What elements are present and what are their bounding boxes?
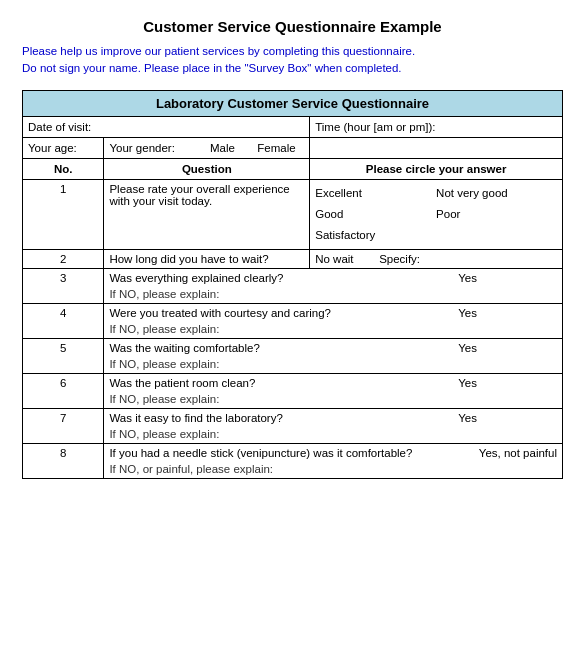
q5-text: Was the waiting comfortable? Yes If NO, … xyxy=(104,339,563,374)
q6-number: 6 xyxy=(23,374,104,409)
date-label: Date of visit: xyxy=(23,116,310,137)
table-row: 3 Was everything explained clearly? Yes … xyxy=(23,269,563,304)
q3-text: Was everything explained clearly? Yes If… xyxy=(104,269,563,304)
intro-text: Please help us improve our patient servi… xyxy=(22,43,563,78)
answer-column-header: Please circle your answer xyxy=(310,158,563,179)
q2-text: How long did you have to wait? xyxy=(104,250,310,269)
q3-number: 3 xyxy=(23,269,104,304)
q7-number: 7 xyxy=(23,409,104,444)
question-column-header: Question xyxy=(104,158,310,179)
age-label: Your age: xyxy=(23,137,104,158)
q1-number: 1 xyxy=(23,179,104,250)
q6-text: Was the patient room clean? Yes If NO, p… xyxy=(104,374,563,409)
q2-number: 2 xyxy=(23,250,104,269)
table-row: 5 Was the waiting comfortable? Yes If NO… xyxy=(23,339,563,374)
gender-label: Your gender: Male Female xyxy=(104,137,310,158)
questionnaire-table: Laboratory Customer Service Questionnair… xyxy=(22,90,563,480)
age-gender-row: Your age: Your gender: Male Female xyxy=(23,137,563,158)
table-row: 6 Was the patient room clean? Yes If NO,… xyxy=(23,374,563,409)
page-title: Customer Service Questionnaire Example xyxy=(22,18,563,35)
table-header-row: Laboratory Customer Service Questionnair… xyxy=(23,90,563,116)
column-headers-row: No. Question Please circle your answer xyxy=(23,158,563,179)
q5-number: 5 xyxy=(23,339,104,374)
q4-text: Were you treated with courtesy and carin… xyxy=(104,304,563,339)
table-row: 7 Was it easy to find the laboratory? Ye… xyxy=(23,409,563,444)
table-row: 8 If you had a needle stick (venipunctur… xyxy=(23,444,563,479)
table-row: 4 Were you treated with courtesy and car… xyxy=(23,304,563,339)
q1-answer: Excellent Good Satisfactory Not very goo… xyxy=(310,179,563,250)
time-label: Time (hour [am or pm]): xyxy=(310,116,563,137)
q8-number: 8 xyxy=(23,444,104,479)
q7-text: Was it easy to find the laboratory? Yes … xyxy=(104,409,563,444)
q8-text: If you had a needle stick (venipuncture)… xyxy=(104,444,563,479)
q1-text: Please rate your overall experience with… xyxy=(104,179,310,250)
q4-number: 4 xyxy=(23,304,104,339)
table-row: 1 Please rate your overall experience wi… xyxy=(23,179,563,250)
table-row: 2 How long did you have to wait? No wait… xyxy=(23,250,563,269)
date-time-row: Date of visit: Time (hour [am or pm]): xyxy=(23,116,563,137)
table-header: Laboratory Customer Service Questionnair… xyxy=(23,90,563,116)
q2-answer: No wait Specify: xyxy=(310,250,563,269)
no-column-header: No. xyxy=(23,158,104,179)
